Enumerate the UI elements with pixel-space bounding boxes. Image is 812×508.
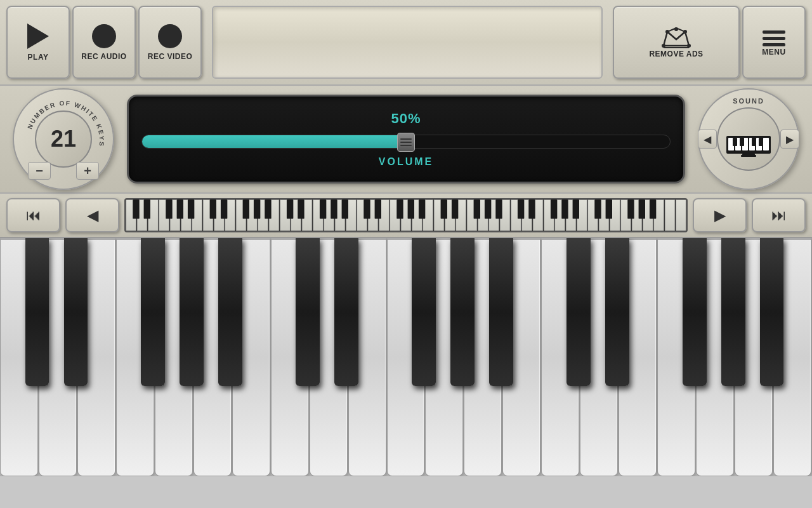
black-key[interactable] — [450, 238, 475, 386]
thumb-line-2 — [400, 142, 412, 143]
sound-knob-inner — [717, 107, 780, 171]
piano-section — [0, 238, 812, 476]
svg-rect-83 — [243, 199, 249, 219]
black-key[interactable] — [180, 238, 204, 386]
thumb-line-1 — [400, 138, 412, 140]
black-key[interactable] — [605, 238, 629, 386]
sound-next-button[interactable]: ▶ — [780, 130, 799, 149]
crown-icon — [661, 27, 691, 50]
svg-rect-89 — [331, 199, 337, 219]
play-icon — [27, 23, 49, 49]
svg-rect-84 — [254, 199, 260, 219]
svg-rect-74 — [665, 199, 675, 231]
mini-keyboard-svg — [126, 199, 686, 231]
black-key[interactable] — [296, 238, 320, 386]
svg-rect-79 — [177, 199, 183, 219]
svg-rect-107 — [606, 199, 612, 219]
svg-rect-8 — [763, 30, 785, 34]
svg-rect-110 — [650, 199, 656, 219]
forward-button[interactable]: ▶ — [693, 198, 747, 232]
decrease-keys-button[interactable]: − — [28, 162, 51, 180]
sound-piano-icon — [723, 120, 774, 158]
svg-rect-80 — [188, 199, 194, 219]
svg-rect-78 — [166, 199, 172, 219]
rewind-button[interactable]: ◀ — [65, 198, 119, 232]
svg-rect-96 — [441, 199, 447, 219]
top-bar: PLAY REC AUDIO REC VIDEO REMOVE AD — [0, 0, 812, 86]
svg-rect-90 — [342, 199, 348, 219]
rec-video-label: REC VIDEO — [148, 52, 193, 61]
remove-ads-label: REMOVE ADS — [649, 50, 703, 58]
black-key[interactable] — [218, 238, 242, 386]
svg-rect-92 — [375, 199, 381, 219]
volume-thumb[interactable] — [397, 133, 415, 152]
svg-rect-75 — [676, 199, 686, 231]
mini-keyboard — [124, 198, 688, 232]
svg-rect-104 — [561, 199, 568, 219]
increase-keys-button[interactable]: + — [76, 162, 99, 180]
middle-bar: NUMBER OF WHITE KEYS 21 − + 50% VOLUME S… — [0, 86, 812, 194]
forward-fast-button[interactable]: ⏭ — [752, 198, 806, 232]
menu-button[interactable]: MENU — [742, 6, 806, 79]
menu-icon — [761, 29, 787, 48]
svg-rect-102 — [528, 199, 535, 219]
sound-knob[interactable]: SOUND — [698, 88, 799, 190]
thumb-line-3 — [400, 145, 412, 146]
svg-rect-91 — [363, 199, 370, 219]
black-key[interactable] — [721, 238, 745, 386]
svg-rect-81 — [210, 199, 216, 219]
volume-fill — [142, 135, 406, 148]
svg-rect-77 — [144, 199, 150, 219]
svg-rect-76 — [133, 199, 139, 219]
btn-group-left: PLAY REC AUDIO REC VIDEO — [6, 6, 202, 79]
piano-keys — [0, 238, 812, 476]
svg-rect-82 — [221, 199, 227, 219]
svg-rect-86 — [287, 199, 293, 219]
black-key[interactable] — [683, 238, 707, 386]
rec-video-icon — [158, 24, 182, 48]
svg-rect-99 — [485, 199, 491, 219]
svg-rect-101 — [518, 199, 524, 219]
remove-ads-button[interactable]: REMOVE ADS — [613, 6, 740, 79]
play-button[interactable]: PLAY — [6, 6, 70, 79]
nav-bar: ⏮ ◀ ▶ ⏭ — [0, 194, 812, 238]
svg-rect-94 — [408, 199, 414, 219]
rec-audio-button[interactable]: REC AUDIO — [72, 6, 136, 79]
btn-group-right: REMOVE ADS MENU — [613, 6, 806, 79]
svg-rect-100 — [495, 199, 502, 219]
svg-rect-98 — [474, 199, 480, 219]
svg-rect-95 — [419, 199, 425, 219]
sound-label: SOUND — [733, 97, 764, 105]
svg-rect-21 — [752, 138, 756, 146]
knob-outer: NUMBER OF WHITE KEYS 21 − + — [13, 88, 114, 190]
svg-rect-93 — [396, 199, 403, 219]
svg-rect-105 — [573, 199, 579, 219]
svg-text:NUMBER OF WHITE KEYS: NUMBER OF WHITE KEYS — [26, 100, 105, 147]
black-key[interactable] — [566, 238, 591, 386]
black-key[interactable] — [760, 238, 784, 386]
svg-rect-87 — [298, 199, 304, 219]
svg-rect-97 — [452, 199, 458, 219]
forward-icon: ▶ — [714, 206, 726, 224]
svg-rect-9 — [763, 37, 785, 40]
black-key[interactable] — [489, 238, 513, 386]
white-keys-knob[interactable]: NUMBER OF WHITE KEYS 21 − + — [13, 88, 114, 190]
sound-prev-button[interactable]: ◀ — [698, 130, 717, 149]
volume-label: VOLUME — [379, 156, 433, 168]
black-key[interactable] — [334, 238, 358, 386]
svg-rect-10 — [763, 43, 785, 46]
center-display — [212, 6, 603, 79]
svg-rect-85 — [265, 199, 271, 219]
black-key[interactable] — [64, 238, 88, 386]
white-keys-container — [0, 238, 812, 476]
black-key[interactable] — [141, 238, 165, 386]
svg-rect-108 — [627, 199, 634, 219]
volume-track[interactable] — [141, 135, 671, 149]
rec-video-button[interactable]: REC VIDEO — [138, 6, 202, 79]
svg-rect-106 — [594, 199, 601, 219]
rewind-fast-button[interactable]: ⏮ — [6, 198, 60, 232]
rec-audio-icon — [92, 24, 116, 48]
menu-label: MENU — [762, 48, 785, 57]
black-key[interactable] — [25, 238, 49, 386]
black-key[interactable] — [412, 238, 436, 386]
